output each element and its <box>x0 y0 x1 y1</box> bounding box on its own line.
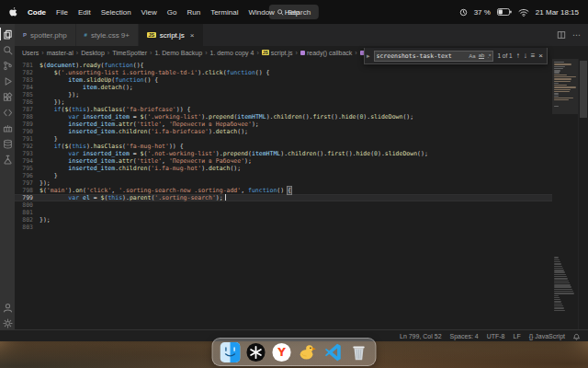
line-number[interactable]: 790 <box>15 128 40 135</box>
line-number[interactable]: 789 <box>15 121 40 128</box>
tab-close-icon[interactable]: × <box>190 31 195 40</box>
menu-go[interactable]: Go <box>167 8 177 17</box>
settings-icon[interactable] <box>0 316 15 329</box>
menu-selection[interactable]: Selection <box>101 8 131 17</box>
status-lf[interactable]: LF <box>514 333 521 339</box>
status-ln-799-col-52[interactable]: Ln 799, Col 52 <box>400 333 442 339</box>
dock-finder-icon[interactable] <box>220 341 241 362</box>
scrollbar-thumb[interactable] <box>580 61 587 118</box>
breadcrumb-item-1-demo-copy-4[interactable]: 1. demo copy 4 <box>210 50 254 56</box>
code-line[interactable]: 786 }); <box>15 98 552 106</box>
minimap[interactable] <box>552 59 578 329</box>
split-editor-icon[interactable] <box>557 30 566 40</box>
minimap-slider[interactable] <box>552 59 578 114</box>
menubar-extra-icon[interactable] <box>459 8 468 17</box>
line-number[interactable]: 783 <box>15 76 40 84</box>
menu-bar-clock[interactable]: 21 Mar 18:15 <box>536 8 579 17</box>
notifications-bell-icon[interactable] <box>572 332 581 340</box>
code-line[interactable]: 783 item.slideUp(function() { <box>15 76 552 84</box>
line-number[interactable]: 784 <box>15 84 40 91</box>
find-in-selection-icon[interactable]: ≡ <box>531 52 536 60</box>
breadcrumb-item-ready-callback[interactable]: ready() callback <box>300 50 352 56</box>
menu-run[interactable]: Run <box>187 8 200 17</box>
code-line[interactable]: 794 inserted_item.attr('title', 'Перенес… <box>15 157 552 165</box>
database-icon[interactable] <box>0 137 15 150</box>
find-close-icon[interactable]: × <box>538 52 543 60</box>
line-number[interactable]: 798 <box>15 187 40 194</box>
code-line[interactable]: 802}); <box>15 216 552 224</box>
menu-terminal[interactable]: Terminal <box>210 8 238 17</box>
find-next-icon[interactable]: ↓ <box>524 52 527 60</box>
find-input[interactable] <box>377 52 467 60</box>
run-debug-icon[interactable] <box>0 75 15 87</box>
remote-icon[interactable] <box>0 106 15 119</box>
line-number[interactable]: 791 <box>15 135 40 143</box>
code-line[interactable]: 801 <box>15 209 552 216</box>
regex-icon[interactable]: .* <box>487 53 491 59</box>
code-line[interactable]: 800 <box>15 201 552 209</box>
code-line[interactable]: 792 if($(this).hasClass('fa-mug-hot')) { <box>15 143 552 150</box>
code-line[interactable]: 787 if($(this).hasClass('fa-briefcase'))… <box>15 106 552 113</box>
code-line[interactable]: 796 } <box>15 172 552 179</box>
code-line[interactable]: 795 inserted_item.children('i.fa-mug-hot… <box>15 165 552 172</box>
line-number[interactable]: 788 <box>15 113 40 121</box>
code-line[interactable]: 797}); <box>15 179 552 187</box>
menu-file[interactable]: File <box>56 8 68 17</box>
explorer-icon[interactable] <box>0 28 15 40</box>
breadcrumb-item-1-demo-backup[interactable]: 1. Demo Backup <box>154 50 202 56</box>
status-javascript[interactable]: {} JavaScript <box>529 333 565 339</box>
match-case-icon[interactable]: Aa <box>469 53 475 59</box>
battery-icon[interactable] <box>497 8 512 16</box>
code-line[interactable]: 789 inserted_item.attr('title', 'Перенес… <box>15 121 552 128</box>
line-number[interactable]: 796 <box>15 172 40 179</box>
line-number[interactable]: 799 <box>15 194 40 201</box>
code-line[interactable]: 799 var el = $(this).parent('.sorting-se… <box>15 194 552 201</box>
breadcrumb-item-timespotter[interactable]: TimeSpotter <box>112 50 147 56</box>
line-number[interactable]: 782 <box>15 69 40 76</box>
tab-spotter-php[interactable]: Pspotter.php <box>15 24 76 46</box>
line-number[interactable]: 781 <box>15 62 40 69</box>
status-spaces-4[interactable]: Spaces: 4 <box>450 333 479 339</box>
code-line[interactable]: 788 var inserted_item = $('.working-list… <box>15 113 552 121</box>
dock-trash-icon[interactable] <box>348 341 369 362</box>
line-number[interactable]: 792 <box>15 143 40 150</box>
code-line[interactable]: 803 <box>15 224 552 231</box>
code-line[interactable]: 791 } <box>15 135 552 143</box>
code-line[interactable]: 798$('main').on('click', '.sorting-searc… <box>15 187 552 194</box>
apple-menu-icon[interactable] <box>9 6 17 18</box>
breadcrumb-item-users[interactable]: Users <box>22 50 39 56</box>
account-icon[interactable] <box>0 301 15 314</box>
tab-script-js[interactable]: JSscript.js× <box>139 24 204 46</box>
dock-yandex-icon[interactable]: Y <box>271 341 292 362</box>
line-number[interactable]: 797 <box>15 179 40 187</box>
line-number[interactable]: 787 <box>15 106 40 113</box>
line-number[interactable]: 800 <box>15 201 40 209</box>
testing-icon[interactable] <box>0 153 15 166</box>
more-actions-icon[interactable]: ⋯ <box>572 30 581 40</box>
line-number[interactable]: 793 <box>15 150 40 157</box>
containers-icon[interactable] <box>0 121 15 134</box>
dock-vscode-icon[interactable] <box>322 341 344 362</box>
breadcrumb-item-master-al[interactable]: master-al <box>47 50 74 56</box>
line-number[interactable]: 786 <box>15 98 40 106</box>
app-menu[interactable]: Code <box>28 8 46 17</box>
menu-edit[interactable]: Edit <box>78 8 91 17</box>
scrollbar[interactable] <box>578 59 588 329</box>
line-number[interactable]: 801 <box>15 209 40 216</box>
status-utf-8[interactable]: UTF-8 <box>487 333 505 339</box>
wifi-icon[interactable] <box>518 8 529 17</box>
menu-view[interactable]: View <box>141 8 157 17</box>
line-number[interactable]: 794 <box>15 157 40 165</box>
spotlight-search[interactable]: Search <box>269 5 319 19</box>
line-number[interactable]: 803 <box>15 224 40 231</box>
search-icon[interactable] <box>0 43 15 56</box>
breadcrumb-item-script-js[interactable]: JSscript.js <box>262 50 293 56</box>
code-line[interactable]: 782 $('.unsorting-list i.sorting-table-t… <box>15 69 552 76</box>
dock-cyberduck-icon[interactable] <box>297 341 318 362</box>
whole-word-icon[interactable]: ab <box>479 52 485 59</box>
find-toggle-replace-icon[interactable]: ▸ <box>367 52 370 60</box>
source-control-icon[interactable] <box>0 59 15 72</box>
find-previous-icon[interactable]: ↑ <box>516 52 520 60</box>
code-line[interactable]: 785 }); <box>15 91 552 98</box>
tab-style-css-9[interactable]: #style.css 9+ <box>76 24 139 46</box>
